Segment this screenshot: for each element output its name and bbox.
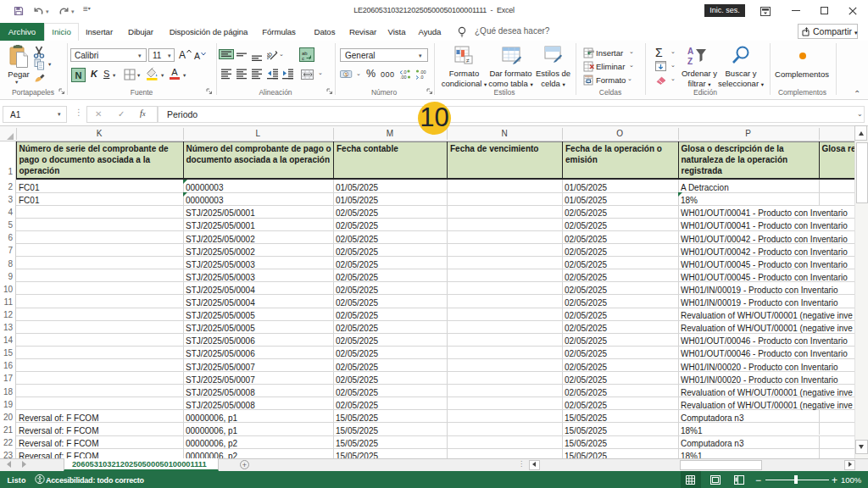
svg-text:c: c xyxy=(302,56,304,61)
svg-text:ab: ab xyxy=(302,51,308,56)
svg-text:Z: Z xyxy=(687,57,693,66)
svg-text:A: A xyxy=(687,47,693,56)
svg-text:≠: ≠ xyxy=(466,58,470,64)
svg-text:.00: .00 xyxy=(420,69,426,75)
svg-text:.0: .0 xyxy=(403,69,407,75)
svg-text:.00: .00 xyxy=(400,75,407,80)
svg-text:$: $ xyxy=(345,71,348,77)
svg-text:.0: .0 xyxy=(420,75,424,80)
